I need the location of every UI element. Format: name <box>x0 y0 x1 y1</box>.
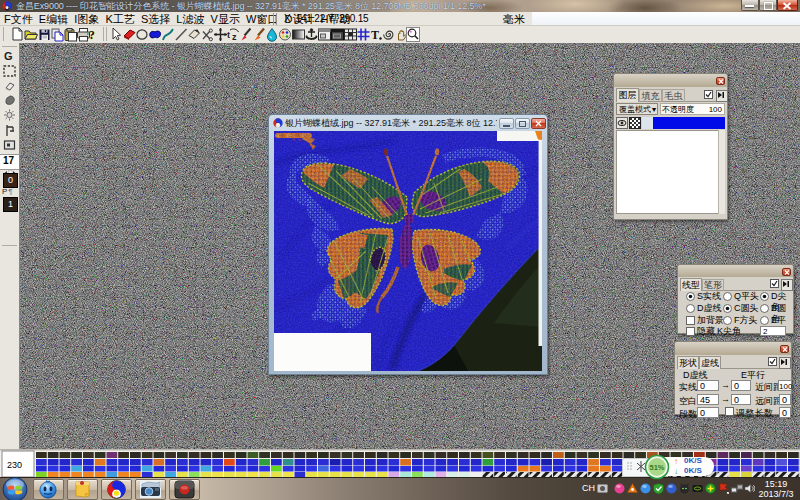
svg-text:230: 230 <box>7 460 22 470</box>
svg-text:?: ? <box>89 28 95 42</box>
svg-text:51%: 51% <box>649 463 664 472</box>
svg-text:T: T <box>371 28 379 42</box>
svg-text:t: t <box>227 30 230 40</box>
svg-text:z: z <box>232 32 237 42</box>
